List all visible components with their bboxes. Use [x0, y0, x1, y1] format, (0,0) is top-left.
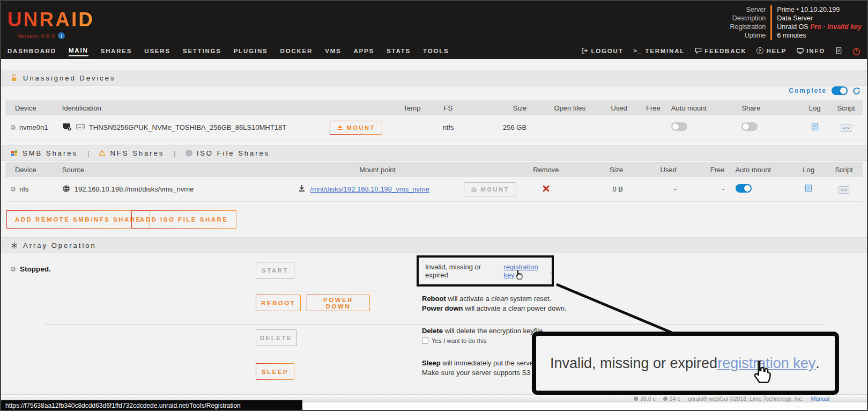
sleep-button[interactable]: SLEEP: [256, 363, 294, 380]
col-log: Log: [792, 166, 825, 174]
script-icon[interactable]: </>: [841, 124, 852, 132]
tab-iso-file-shares[interactable]: ISO File Shares: [186, 149, 270, 157]
size-cell: 256 GB: [468, 123, 530, 131]
device-identification: THNSN5256GPUK_NVMe_TOSHIBA_256GB_86LS10M…: [89, 123, 286, 131]
tab-nfs-shares[interactable]: NFS Shares: [99, 149, 164, 157]
registration-warning-callout: Invalid, missing or expired registration…: [417, 255, 554, 287]
col-free: Free: [630, 104, 664, 112]
terminal-icon: >_: [633, 47, 642, 54]
fs-cell: ntfs: [428, 123, 468, 131]
log-icon[interactable]: [811, 122, 819, 131]
refresh-icon[interactable]: [852, 87, 860, 95]
device-cell: nfs: [5, 185, 59, 193]
col-size: Size: [468, 104, 530, 112]
col-log: Log: [800, 104, 829, 112]
footer-copyright: unraid® webGui ©2018, Lime Technology, I…: [688, 395, 804, 402]
nav-item-plugins[interactable]: PLUGINS: [234, 48, 268, 56]
nav-item-info[interactable]: INFO: [797, 47, 825, 56]
device-cell: nvme0n1: [5, 123, 59, 131]
table-header-row: Device Source Mount point Remove Size Us…: [5, 162, 863, 177]
nav-item-docker[interactable]: DOCKER: [280, 48, 313, 56]
nav-item-shares[interactable]: SHARES: [101, 48, 132, 56]
version-info-icon[interactable]: i: [58, 32, 65, 39]
remove-x-icon[interactable]: [543, 185, 550, 192]
auto-mount-toggle[interactable]: [736, 184, 752, 193]
nav-item-users[interactable]: USERS: [144, 48, 170, 56]
col-fs: FS: [428, 104, 468, 112]
nav-item-vms[interactable]: VMS: [325, 48, 341, 56]
start-button[interactable]: START: [256, 262, 294, 278]
server-info-value: Data Server: [770, 14, 862, 23]
share-toggle[interactable]: [741, 122, 758, 131]
array-status: Stopped.: [11, 265, 51, 273]
nav-item-dashboard[interactable]: DASHBOARD: [8, 48, 56, 56]
server-info: Server Prime • 10.10.20.199 Description …: [730, 5, 862, 40]
device-status-dot: [11, 125, 16, 130]
nav-item-logout[interactable]: LOGOUT: [581, 47, 623, 56]
nav-item-log[interactable]: [835, 47, 842, 56]
row-divider: [44, 291, 824, 291]
col-open-files: Open files: [530, 104, 589, 112]
power-down-button[interactable]: POWER DOWN: [307, 295, 370, 311]
drive-icon: [76, 123, 85, 131]
logout-icon: [581, 47, 588, 54]
script-icon[interactable]: </>: [839, 186, 850, 194]
auto-mount-toggle[interactable]: [671, 122, 687, 131]
section-file-shares: SMB Shares | NFS Shares | ISO File Share…: [1, 145, 867, 161]
manual-link[interactable]: Manual: [811, 395, 829, 402]
footer-temp: 38.0 c: [634, 395, 656, 402]
nav-item-terminal[interactable]: >_ TERMINAL: [633, 47, 685, 56]
table-header-row: Device Identification Temp FS Size Open …: [5, 100, 863, 115]
col-free: Free: [680, 166, 728, 174]
hdd-add-icon[interactable]: [62, 122, 72, 133]
windows-smb-icon: [11, 150, 18, 157]
server-info-label: Description: [730, 14, 771, 23]
nav-item-settings[interactable]: SETTINGS: [183, 48, 221, 56]
add-remote-smb-nfs-share-button[interactable]: ADD REMOTE SMB/NFS SHARE: [6, 210, 150, 229]
unraid-logo: UNRAID: [8, 9, 94, 31]
delete-button[interactable]: DELETE: [256, 329, 296, 346]
registration-key-link[interactable]: registration key: [503, 263, 550, 279]
tab-smb-shares[interactable]: SMB Shares: [11, 149, 78, 157]
log-icon[interactable]: [805, 184, 812, 193]
section-array-operation: Array Operation: [1, 237, 867, 253]
size-cell: 0 B: [573, 185, 626, 193]
status-url-bar: https://f75638aa12fb340c8dcdd63d6f1ffd73…: [1, 400, 302, 410]
alert-power-icon[interactable]: [852, 48, 860, 56]
col-temp: Temp: [396, 104, 428, 112]
nav-item-apps[interactable]: APPS: [354, 48, 375, 56]
eject-icon: [337, 125, 343, 130]
used-cell: -: [589, 123, 630, 131]
reboot-button[interactable]: REBOOT: [256, 295, 301, 311]
mount-button-disabled[interactable]: MOUNT: [464, 182, 516, 196]
nav-item-main[interactable]: MAIN: [69, 47, 88, 56]
remove-cell: [520, 185, 573, 194]
temp-dot-icon: [663, 397, 667, 401]
delete-confirm-label: Yes I want to do this: [432, 337, 487, 344]
nav-item-tools[interactable]: TOOLS: [423, 48, 449, 56]
delete-confirm-row: Yes I want to do this: [422, 337, 487, 344]
complete-toggle[interactable]: [832, 86, 848, 95]
col-device: Device: [5, 104, 59, 112]
add-iso-file-share-button[interactable]: ADD ISO FILE SHARE: [131, 210, 236, 229]
server-info-label: Server: [730, 5, 771, 14]
server-info-label: Uptime: [730, 31, 771, 40]
version-row: Version: 6.6.0 i: [17, 32, 65, 39]
nav-item-feedback[interactable]: FEEDBACK: [695, 47, 746, 56]
nfs-triangle-icon: [99, 150, 106, 156]
delete-confirm-checkbox[interactable]: [422, 337, 428, 344]
nav-item-stats[interactable]: STATS: [387, 48, 411, 56]
complete-label[interactable]: Complete: [789, 87, 827, 94]
col-size: Size: [573, 166, 626, 174]
mount-button[interactable]: MOUNT: [330, 121, 382, 135]
download-icon[interactable]: [298, 185, 306, 194]
tab-separator: |: [87, 149, 89, 157]
temp-dot-icon: [634, 397, 638, 401]
col-auto-mount: Auto mount: [728, 166, 792, 174]
col-device: Device: [5, 166, 59, 174]
complete-toggle-row: Complete: [789, 86, 860, 95]
nav-item-help[interactable]: ? HELP: [756, 47, 787, 56]
free-cell: -: [630, 123, 664, 131]
main-nav: DASHBOARD MAIN SHARES USERS SETTINGS PLU…: [1, 44, 867, 59]
mount-point-link[interactable]: /mnt/disks/192.168.10.198_vms_nvme: [310, 185, 430, 193]
